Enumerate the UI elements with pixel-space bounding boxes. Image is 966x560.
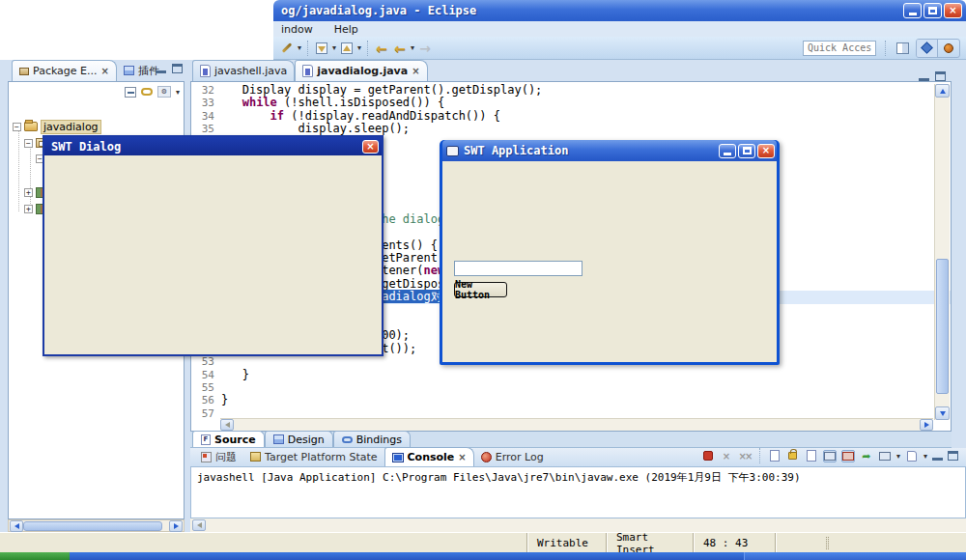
debug-perspective-icon <box>921 42 933 54</box>
swt-app-text-field[interactable] <box>454 261 582 276</box>
chevron-down-icon[interactable]: ▾ <box>357 43 361 52</box>
chevron-down-icon[interactable]: ▾ <box>332 43 336 52</box>
swt-dialog-title: SWT Dialog <box>44 140 362 154</box>
swt-app-maximize-button[interactable] <box>738 144 755 158</box>
scroll-right-button[interactable] <box>169 520 183 532</box>
clear-console-button[interactable] <box>768 450 781 462</box>
menu-help[interactable]: Help <box>334 23 358 36</box>
minimize-view-button[interactable] <box>156 64 166 73</box>
view-menu-chevron-icon[interactable]: ▾ <box>176 88 180 97</box>
package-explorer-hscrollbar[interactable] <box>8 519 185 532</box>
show-stdout-toggle[interactable] <box>823 450 837 462</box>
maximize-console-button[interactable] <box>948 451 958 461</box>
scroll-down-button[interactable] <box>935 406 950 420</box>
tab-package-explorer[interactable]: Package E... × <box>12 60 117 81</box>
scroll-left-button[interactable] <box>10 520 23 532</box>
swt-app-close-button[interactable]: × <box>757 144 775 158</box>
link-with-editor-button[interactable] <box>141 88 153 96</box>
tab-javashell[interactable]: javashell.java <box>192 60 295 81</box>
show-stderr-toggle[interactable] <box>841 450 855 462</box>
view-menu-button[interactable]: ⚙ <box>157 86 171 98</box>
main-toolbar: ▾ ▾ ▾ ← ← ▾ → <box>273 37 966 60</box>
editor-hscrollbar[interactable] <box>220 418 933 431</box>
collapse-expander-icon[interactable]: − <box>24 139 33 148</box>
export-tool-button[interactable] <box>339 41 355 56</box>
scrollbar-thumb[interactable] <box>936 259 949 394</box>
box-up-icon <box>341 42 353 54</box>
terminate-button[interactable] <box>701 450 715 462</box>
minimize-console-button[interactable] <box>932 451 943 461</box>
back-button[interactable]: ← <box>374 41 389 56</box>
restore-button[interactable] <box>923 3 942 18</box>
start-button[interactable] <box>0 552 70 560</box>
code-line: 35 display.sleep(); <box>191 123 951 135</box>
quick-access-input[interactable] <box>803 41 876 56</box>
expand-expander-icon[interactable]: + <box>24 188 33 197</box>
swt-application-window[interactable]: SWT Application × New Button <box>440 140 780 365</box>
code-line: 32 Display display = getParent().getDisp… <box>191 84 951 97</box>
tab-problems[interactable]: 问题 <box>194 447 243 466</box>
chevron-down-icon[interactable]: ▾ <box>298 43 301 52</box>
code-line: 33 while (!shell.isDisposed()) { <box>191 97 951 109</box>
swt-app-new-button[interactable]: New Button <box>454 282 507 297</box>
close-tab-icon[interactable]: × <box>101 66 109 76</box>
menu-window[interactable]: indow <box>281 23 313 36</box>
tab-target-platform[interactable]: Target Platform State <box>243 447 384 466</box>
open-console-button[interactable] <box>905 450 919 462</box>
chevron-down-icon[interactable]: ▾ <box>411 43 414 52</box>
maximize-view-button[interactable] <box>172 64 183 73</box>
scrollbar-thumb[interactable] <box>23 521 162 531</box>
forward-button[interactable]: → <box>417 41 433 56</box>
swt-app-titlebar[interactable]: SWT Application × <box>442 140 777 161</box>
scroll-lock-button[interactable] <box>786 450 800 462</box>
expand-expander-icon[interactable]: + <box>24 205 33 213</box>
swt-dialog-titlebar[interactable]: SWT Dialog × <box>44 137 382 155</box>
close-tab-icon[interactable]: × <box>458 452 466 462</box>
scroll-up-button[interactable] <box>935 84 950 98</box>
tree-item-project[interactable]: − javadialog <box>13 119 101 134</box>
collapse-expander-icon[interactable]: − <box>13 123 21 131</box>
tab-bindings[interactable]: Bindings <box>333 431 411 447</box>
display-console-button[interactable] <box>878 450 892 462</box>
open-perspective-button[interactable] <box>895 41 910 56</box>
pencil-icon <box>282 42 293 53</box>
editor-vscrollbar[interactable] <box>934 84 950 420</box>
taskbar-button[interactable] <box>744 552 966 560</box>
tab-error-log[interactable]: Error Log <box>474 447 551 466</box>
annotate-tool-button[interactable] <box>279 41 295 56</box>
tab-source[interactable]: F Source <box>192 431 265 447</box>
import-tool-button[interactable] <box>314 41 329 56</box>
swt-app-minimize-button[interactable] <box>719 144 736 158</box>
code-line: 34 if (!display.readAndDispatch()) { <box>191 110 951 123</box>
tab-console[interactable]: Console × <box>384 447 474 466</box>
maximize-editor-button[interactable] <box>935 71 946 81</box>
chevron-down-icon[interactable]: ▾ <box>923 452 927 461</box>
console-hscrollbar[interactable] <box>190 518 966 532</box>
tab-javadialog[interactable]: javadialog.java × <box>295 60 427 81</box>
windows-taskbar[interactable] <box>0 552 966 560</box>
java-perspective-button[interactable] <box>938 40 959 57</box>
eclipse-titlebar[interactable]: og/javadialog.java - Eclipse × <box>273 0 966 21</box>
tab-label: javashell.java <box>214 65 287 77</box>
minimize-editor-button[interactable] <box>919 71 929 81</box>
remove-launch-button[interactable]: × <box>720 450 733 462</box>
back-history-button[interactable]: ← <box>392 41 408 56</box>
close-button[interactable]: × <box>944 3 962 18</box>
statusbar: Writable Smart Insert 48 : 43 <box>0 532 966 552</box>
scroll-left-button[interactable] <box>192 519 206 531</box>
editor-minmax <box>919 68 952 81</box>
close-tab-icon[interactable]: × <box>412 66 419 76</box>
swt-dialog-close-button[interactable]: × <box>362 140 379 154</box>
collapse-all-button[interactable] <box>125 87 136 98</box>
debug-perspective-button[interactable] <box>917 40 938 57</box>
console-output-area[interactable]: javashell [Java Application] C:\Program … <box>190 467 966 518</box>
remove-all-launches-button[interactable]: ×× <box>738 450 752 462</box>
word-wrap-button[interactable] <box>805 450 818 462</box>
chevron-down-icon[interactable]: ▾ <box>896 452 900 461</box>
open-console-link-button[interactable]: ➦ <box>860 450 873 462</box>
scroll-left-button[interactable] <box>220 419 234 431</box>
swt-dialog-window[interactable]: SWT Dialog × <box>43 135 384 356</box>
tab-design[interactable]: Design <box>265 431 333 447</box>
scroll-right-button[interactable] <box>920 419 933 431</box>
minimize-button[interactable] <box>903 3 922 18</box>
